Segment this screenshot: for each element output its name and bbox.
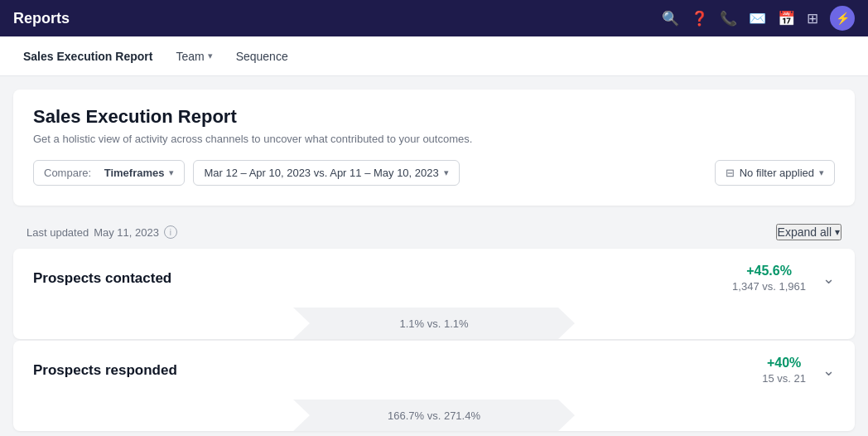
date-range-text: Mar 12 – Apr 10, 2023 vs. Apr 11 – May 1…	[204, 167, 438, 179]
compare-chevron-icon: ▾	[169, 167, 174, 178]
metric-row-0[interactable]: Prospects contacted +45.6% 1,347 vs. 1,9…	[13, 249, 855, 308]
user-avatar[interactable]: ⚡	[830, 6, 855, 31]
expand-all-chevron-icon: ▾	[835, 226, 840, 238]
metric-values-0: +45.6% 1,347 vs. 1,961	[732, 264, 806, 293]
compare-value: Timeframes	[104, 167, 165, 179]
metric-subtext-1: 166.7% vs. 271.4%	[388, 409, 480, 422]
metric-values-1: +40% 15 vs. 21	[762, 356, 806, 385]
metric-chevron-1: ⌄	[822, 361, 835, 380]
filter-label: No filter applied	[740, 167, 814, 179]
compare-label: Compare:	[44, 167, 91, 179]
no-filter-button[interactable]: ⊟ No filter applied ▾	[715, 160, 835, 186]
report-title: Sales Execution Report	[33, 106, 835, 128]
info-icon[interactable]: i	[164, 225, 177, 239]
nav-item-team[interactable]: Team ▾	[166, 45, 222, 68]
search-icon[interactable]: 🔍	[662, 10, 679, 27]
metric-chevron-0: ⌄	[822, 269, 835, 288]
grid-icon[interactable]: ⊞	[807, 10, 818, 27]
nav-label-sequence: Sequence	[236, 50, 288, 63]
metric-name-0: Prospects contacted	[33, 270, 732, 287]
last-updated-label: Last updated	[27, 226, 89, 239]
nav-item-sales-execution[interactable]: Sales Execution Report	[13, 45, 162, 68]
expand-all-label: Expand all	[778, 225, 832, 239]
filter-right: ⊟ No filter applied ▾	[715, 160, 835, 186]
nav-label-sales-execution: Sales Execution Report	[23, 50, 152, 63]
metric-change-0: +45.6%	[732, 264, 806, 279]
top-bar: Reports 🔍 ❓ 📞 ✉️ 📅 ⊞ ⚡	[0, 0, 868, 36]
metric-section-0: Prospects contacted +45.6% 1,347 vs. 1,9…	[13, 249, 855, 339]
metric-comparison-0: 1,347 vs. 1,961	[732, 280, 806, 293]
compare-timeframes-button[interactable]: Compare: Timeframes ▾	[33, 160, 185, 186]
metric-subtext-0: 1.1% vs. 1.1%	[399, 317, 468, 330]
top-bar-icons: 🔍 ❓ 📞 ✉️ 📅 ⊞ ⚡	[662, 6, 855, 31]
mail-icon[interactable]: ✉️	[749, 10, 766, 27]
metric-row-1[interactable]: Prospects responded +40% 15 vs. 21 ⌄	[13, 341, 855, 400]
phone-icon[interactable]: 📞	[720, 10, 737, 27]
date-range-button[interactable]: Mar 12 – Apr 10, 2023 vs. Apr 11 – May 1…	[193, 160, 459, 186]
page-title: Reports	[13, 10, 70, 27]
help-icon[interactable]: ❓	[691, 10, 708, 27]
metric-name-1: Prospects responded	[33, 362, 762, 379]
report-description: Get a holistic view of activity across c…	[33, 133, 835, 145]
updated-bar: Last updated May 11, 2023 i Expand all ▾	[13, 216, 855, 249]
main-content: Sales Execution Report Get a holistic vi…	[0, 76, 868, 436]
updated-bar-left: Last updated May 11, 2023 i	[27, 225, 177, 239]
metric-change-1: +40%	[762, 356, 806, 371]
nav-bar: Sales Execution Report Team ▾ Sequence	[0, 36, 868, 76]
metric-section-1: Prospects responded +40% 15 vs. 21 ⌄ 166…	[13, 341, 855, 431]
filter-chevron-icon: ▾	[819, 167, 824, 178]
date-range-chevron-icon: ▾	[444, 167, 449, 178]
metric-subrow-0: 1.1% vs. 1.1%	[13, 308, 855, 339]
report-header-card: Sales Execution Report Get a holistic vi…	[13, 90, 855, 206]
team-chevron-icon: ▾	[208, 51, 213, 61]
calendar-icon[interactable]: 📅	[778, 10, 795, 27]
expand-all-button[interactable]: Expand all ▾	[776, 224, 841, 240]
metric-subrow-1: 166.7% vs. 271.4%	[13, 400, 855, 431]
filter-row: Compare: Timeframes ▾ Mar 12 – Apr 10, 2…	[33, 160, 835, 186]
last-updated-date: May 11, 2023	[94, 226, 159, 239]
metric-comparison-1: 15 vs. 21	[762, 372, 806, 385]
filter-icon: ⊟	[726, 167, 735, 179]
nav-label-team: Team	[176, 50, 204, 63]
nav-item-sequence[interactable]: Sequence	[226, 45, 298, 68]
